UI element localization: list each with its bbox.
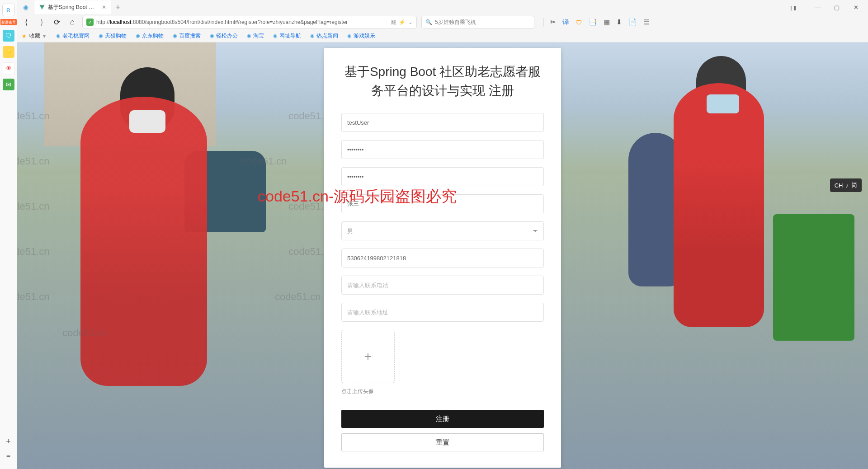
sidebar-add-icon[interactable]: + xyxy=(6,437,11,446)
browser-left-sidebar: e 登录账号 🛡 ⭐ 👁 ✉ + ≡ xyxy=(0,0,17,469)
globe-icon: ◉ xyxy=(247,33,251,39)
password-field[interactable] xyxy=(341,140,544,159)
register-form-card: 基于Spring Boot 社区助老志愿者服务平台的设计与实现 注册 男 + 点… xyxy=(324,48,561,468)
globe-icon: ◉ xyxy=(136,33,140,39)
back-button[interactable]: ⟨ xyxy=(21,18,32,27)
sidebar-favorites-icon[interactable]: ⭐ xyxy=(3,46,14,58)
close-window-button[interactable]: ✕ xyxy=(847,1,864,14)
reset-button[interactable]: 重置 xyxy=(341,433,544,451)
browser-tab[interactable]: 基于Spring Boot 社区助老志愿 ✕ xyxy=(34,0,111,14)
new-tab-button[interactable]: + xyxy=(111,3,125,11)
separator: | xyxy=(47,33,51,39)
page-icon[interactable]: 📄 xyxy=(628,18,637,26)
screenshot-icon[interactable]: ✂ xyxy=(550,18,556,26)
login-account-button[interactable]: 登录账号 xyxy=(0,19,17,25)
security-icon[interactable]: 🛡 xyxy=(576,19,582,26)
bookmark-taobao[interactable]: ◉淘宝 xyxy=(243,32,268,40)
reader-mode-icon[interactable]: ⫿⫿ xyxy=(785,1,802,14)
bookmark-nav[interactable]: ◉网址导航 xyxy=(269,32,305,40)
bookmark-jd[interactable]: ◉京东购物 xyxy=(132,32,167,40)
globe-icon: ◉ xyxy=(273,33,278,39)
bookmark-tmall[interactable]: ◉天猫购物 xyxy=(95,32,130,40)
security-shield-icon: ✓ xyxy=(86,19,94,26)
avatar-upload-box[interactable]: + xyxy=(341,330,395,383)
url-dropdown-icon[interactable]: ⌄ xyxy=(408,19,413,25)
translate-icon[interactable]: 翻 xyxy=(391,19,396,26)
search-icon: 🔍 xyxy=(425,19,432,25)
tab-group: ◉ 基于Spring Boot 社区助老志愿 ✕ + xyxy=(17,0,125,14)
bolt-icon[interactable]: ⚡ xyxy=(399,19,406,25)
bookmark-office[interactable]: ◉轻松办公 xyxy=(206,32,241,40)
ime-lang: CH xyxy=(835,182,843,189)
globe-icon: ◉ xyxy=(347,33,352,39)
ime-moon-icon: ♪ xyxy=(846,182,849,189)
favorites-label[interactable]: 收藏 xyxy=(29,32,40,40)
realname-field[interactable] xyxy=(341,194,544,213)
register-button[interactable]: 注册 xyxy=(341,410,544,428)
search-input[interactable]: 🔍 5岁娃独自乘飞机 xyxy=(421,16,534,28)
toolbar-icons: ✂ 译 🛡 📑 ▦ ⬇ 📄 ☰ xyxy=(543,18,649,27)
globe-icon: ◉ xyxy=(56,33,61,39)
tab-close-icon[interactable]: ✕ xyxy=(102,4,106,10)
tab-title: 基于Spring Boot 社区助老志愿 xyxy=(48,4,99,11)
favorites-dropdown-icon[interactable]: ▾ xyxy=(43,33,46,39)
window-controls: ⫿⫿ — ▢ ✕ xyxy=(785,1,868,14)
nav-tab-icon[interactable]: ◉ xyxy=(17,0,34,14)
download-icon[interactable]: ⬇ xyxy=(616,18,622,26)
bookmark-baidu[interactable]: ◉百度搜索 xyxy=(169,32,204,40)
forward-button[interactable]: ⟩ xyxy=(36,18,47,27)
globe-icon: ◉ xyxy=(173,33,177,39)
search-placeholder: 5岁娃独自乘飞机 xyxy=(435,19,476,26)
grid-icon[interactable]: ▦ xyxy=(604,18,610,26)
browser-logo[interactable]: e xyxy=(2,4,15,16)
ime-indicator[interactable]: CH ♪ 简 xyxy=(830,178,862,192)
idcard-field[interactable] xyxy=(341,249,544,267)
globe-icon: ◉ xyxy=(210,33,214,39)
browser-title-bar: ◉ 基于Spring Boot 社区助老志愿 ✕ + ⫿⫿ — ▢ ✕ xyxy=(17,0,868,14)
username-field[interactable] xyxy=(341,113,544,132)
minimize-button[interactable]: — xyxy=(809,1,826,14)
upload-hint: 点击上传头像 xyxy=(341,388,544,395)
maximize-button[interactable]: ▢ xyxy=(828,1,845,14)
plus-icon: + xyxy=(364,349,372,364)
translate-tool-icon[interactable]: 译 xyxy=(562,18,569,27)
sidebar-menu-icon[interactable]: ≡ xyxy=(6,453,10,461)
bg-person-left-mask xyxy=(129,110,165,133)
bookmark-games[interactable]: ◉游戏娱乐 xyxy=(344,32,379,40)
sidebar-shield-icon[interactable]: 🛡 xyxy=(3,30,14,42)
gender-select[interactable]: 男 xyxy=(341,221,544,240)
menu-icon[interactable]: ☰ xyxy=(643,18,649,26)
bookmarks-bar: ★ 收藏 ▾ | ◉老毛桃官网 ◉天猫购物 ◉京东购物 ◉百度搜索 ◉轻松办公 … xyxy=(17,30,868,42)
bg-person-right xyxy=(674,83,764,327)
globe-icon: ◉ xyxy=(99,33,103,39)
sidebar-mail-icon[interactable]: ✉ xyxy=(3,79,14,90)
sidebar-weibo-icon[interactable]: 👁 xyxy=(3,62,14,74)
vue-icon xyxy=(39,4,45,10)
bg-person-right-mask xyxy=(707,94,739,113)
globe-icon: ◉ xyxy=(310,33,315,39)
page-content: code51.cn code51.cn code51.cn code51.cn … xyxy=(17,42,868,469)
bookmark-news[interactable]: ◉热点新闻 xyxy=(307,32,342,40)
bg-trash-bin xyxy=(773,214,854,341)
confirm-password-field[interactable] xyxy=(341,167,544,186)
favorites-star-icon[interactable]: ★ xyxy=(22,33,27,39)
bg-person-left xyxy=(80,97,207,386)
bookmark-laomaotao[interactable]: ◉老毛桃官网 xyxy=(52,32,93,40)
reload-button[interactable]: ⟳ xyxy=(52,18,62,27)
url-input[interactable]: ✓ http://localhost:8080/springboot8s504/… xyxy=(82,16,417,28)
form-title: 基于Spring Boot 社区助老志愿者服务平台的设计与实现 注册 xyxy=(341,62,544,100)
ime-mode: 简 xyxy=(851,181,857,189)
separator xyxy=(543,18,544,27)
address-bar: ⟨ ⟩ ⟳ ⌂ ✓ http://localhost:8080/springbo… xyxy=(17,14,868,30)
bookmark-icon[interactable]: 📑 xyxy=(589,18,597,26)
phone-field[interactable] xyxy=(341,276,544,295)
home-button[interactable]: ⌂ xyxy=(67,18,78,27)
address-field[interactable] xyxy=(341,303,544,322)
url-text: http://localhost:8080/springboot8s504/fr… xyxy=(96,19,388,25)
